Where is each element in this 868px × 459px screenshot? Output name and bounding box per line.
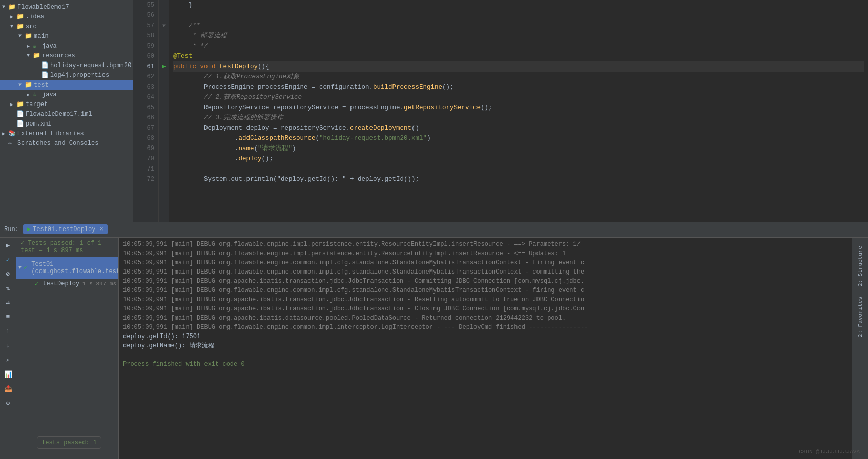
rerun-btn[interactable]: ⇄	[2, 296, 15, 309]
test-item-testDeploy[interactable]: ✓testDeploy1 s 897 ms	[16, 279, 118, 289]
folder-icon: 📁	[16, 23, 26, 30]
line-number: 70	[137, 154, 154, 164]
sidebar-item-idea[interactable]: ▶📁.idea	[0, 12, 133, 22]
log-line: 10:05:09,991 [main] DEBUG org.apache.iba…	[123, 277, 848, 286]
sidebar-item-scratches[interactable]: ✏️Scratches and Consoles	[0, 138, 133, 148]
gutter-icon[interactable]: ▶	[159, 61, 169, 72]
sidebar-item-label: Scratches and Consoles	[17, 140, 98, 147]
log-line: 10:05:09,991 [main] DEBUG org.flowable.e…	[123, 249, 848, 258]
down-btn[interactable]: ↓	[2, 339, 15, 352]
log-line: 10:05:09,991 [main] DEBUG org.flowable.e…	[123, 323, 848, 332]
sidebar-item-target[interactable]: ▶📁target	[0, 99, 133, 109]
sidebar-item-external-libs[interactable]: ▶📚External Libraries	[0, 129, 133, 138]
folder-icon: 📁	[16, 100, 26, 108]
sidebar-item-label: src	[26, 23, 37, 30]
scratch-icon: ✏️	[8, 139, 17, 147]
sidebar-item-pom[interactable]: 📄pom.xml	[0, 119, 133, 129]
line-number: 60	[137, 51, 154, 61]
check-btn[interactable]: ✓	[2, 253, 15, 266]
log-line: Process finished with exit code 0	[123, 360, 848, 369]
sidebar-item-java-test[interactable]: ▶☕java	[0, 90, 133, 99]
gutter-icon	[159, 133, 169, 143]
test-time: 1 s 897 ms	[82, 281, 116, 287]
line-number: 72	[137, 174, 154, 184]
log-content: 10:05:09,991 [main] DEBUG org.flowable.e…	[119, 238, 852, 460]
code-line: // 1.获取ProcessEngine对象	[173, 72, 864, 82]
favorites-tab[interactable]: 2: Favorites	[855, 293, 865, 341]
sidebar-item-main[interactable]: ▼📁main	[0, 31, 133, 41]
code-line: }	[173, 0, 864, 10]
gutter-icon	[159, 41, 169, 51]
properties-icon: 📄	[41, 71, 50, 79]
code-area: } /** * 部署流程 * */@Testpublic void testDe…	[169, 0, 868, 222]
line-number: 55	[137, 0, 154, 10]
stop-btn[interactable]: ⊘	[2, 267, 15, 281]
line-number: 56	[137, 10, 154, 20]
gutter-icon[interactable]: ▼	[159, 20, 169, 31]
run-tab-close[interactable]: ×	[99, 226, 103, 233]
code-line: public void testDeploy(){	[173, 61, 864, 72]
sidebar-item-resources[interactable]: ▼📁resources	[0, 51, 133, 60]
editor-content: 555657585960616263646566676869707172 ▼ ▶…	[133, 0, 868, 222]
line-number: 66	[137, 113, 154, 123]
code-line: ProcessEngine processEngine = configurat…	[173, 82, 864, 92]
tree-collapse-arrow: ▶	[10, 14, 16, 20]
project-sidebar: ▼📁FlowableDemo17▶📁.idea▼📁src▼📁main▶☕java…	[0, 0, 133, 222]
xml-icon: 📄	[16, 120, 26, 128]
gutter-icon	[159, 113, 169, 123]
folder-icon: 📁	[25, 81, 34, 89]
gutter-icon	[159, 164, 169, 174]
sidebar-item-label: main	[34, 33, 49, 40]
up-btn[interactable]: ↑	[2, 325, 15, 338]
test-label: testDeploy	[43, 280, 79, 287]
structure-tab[interactable]: 2: Structure	[855, 242, 865, 290]
line-number: 59	[137, 41, 154, 51]
sidebar-item-label: holiday-request.bpmn20.xml	[50, 62, 133, 69]
sort-btn[interactable]: ≡	[2, 310, 15, 324]
run-label: Run:	[4, 226, 19, 233]
sidebar-item-holiday-request[interactable]: 📄holiday-request.bpmn20.xml	[0, 60, 133, 70]
code-line: * 部署流程	[173, 31, 864, 41]
log-line: 10:05:09,991 [main] DEBUG org.flowable.e…	[123, 286, 848, 295]
gutter-icon	[159, 51, 169, 61]
run-bar: Run: ▶ Test01.testDeploy ×	[0, 222, 868, 237]
gutter-icon	[159, 31, 169, 41]
test-label: Test01 (com.ghost.flowable.test)	[31, 261, 118, 275]
code-line: @Test	[173, 51, 864, 61]
settings-btn[interactable]: ⚙	[2, 397, 15, 410]
code-line: // 2.获取RepositoryService	[173, 92, 864, 102]
code-line: Deployment deploy = repositoryService.cr…	[173, 123, 864, 133]
test-item-test01[interactable]: ▼✓Test01 (com.ghost.flowable.test)1 s 89…	[16, 257, 118, 279]
sidebar-item-test[interactable]: ▼📁test	[0, 80, 133, 90]
gutter-icon	[159, 123, 169, 133]
test-status-bar: ✓ Tests passed: 1 of 1 test – 1 s 897 ms	[16, 238, 118, 256]
run-btn[interactable]: ▶	[2, 239, 15, 252]
gutter-icon	[159, 154, 169, 164]
sidebar-item-flowable-iml[interactable]: 📄FlowableDemo17.iml	[0, 109, 133, 119]
sidebar-item-log4j[interactable]: 📄log4j.properties	[0, 70, 133, 80]
search-btn[interactable]: ⌕	[2, 353, 15, 367]
sidebar-item-project-root[interactable]: ▼📁FlowableDemo17	[0, 2, 133, 12]
tree-collapse-arrow: ▶	[2, 131, 8, 137]
line-number: 69	[137, 143, 154, 154]
tree-expand-arrow: ▼	[10, 24, 16, 29]
sidebar-item-src[interactable]: ▼📁src	[0, 22, 133, 31]
log-line: 10:05:09,991 [main] DEBUG org.flowable.e…	[123, 240, 848, 249]
coverage-btn[interactable]: 📊	[2, 368, 15, 381]
export-btn[interactable]: 📤	[2, 382, 15, 395]
sidebar-item-label: target	[26, 101, 48, 108]
code-line: // 3.完成流程的部署操作	[173, 113, 864, 123]
log-line: 10:05:09,991 [main] DEBUG org.apache.iba…	[123, 295, 848, 304]
xml-icon: 📄	[41, 61, 50, 69]
sidebar-item-java-main[interactable]: ▶☕java	[0, 41, 133, 51]
code-line	[173, 10, 864, 20]
run-tab-label: Test01.testDeploy	[33, 226, 95, 233]
editor-gutter: ▼ ▶	[159, 0, 169, 222]
run-tab[interactable]: ▶ Test01.testDeploy ×	[23, 224, 108, 234]
gutter-icon	[159, 102, 169, 113]
rerun-failed-btn[interactable]: ⇅	[2, 282, 15, 295]
sidebar-item-label: FlowableDemo17	[17, 4, 69, 11]
gutter-icon	[159, 82, 169, 92]
folder-icon: 📁	[25, 32, 34, 40]
tests-passed-text: Tests passed: 1	[42, 439, 97, 446]
